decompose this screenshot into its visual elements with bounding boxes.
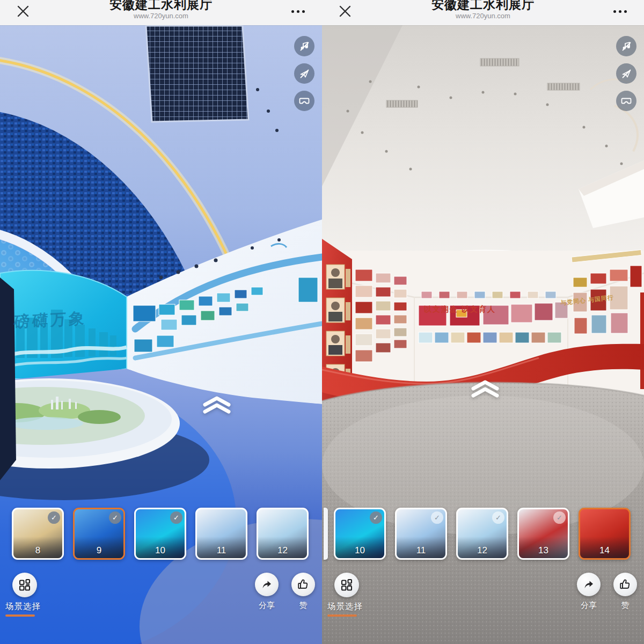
app-bar: 安徽建工水利展厅 www.720yun.com	[0, 0, 322, 25]
like-label: 赞	[287, 601, 319, 611]
app-bar: 安徽建工水利展厅 www.720yun.com	[322, 0, 644, 25]
gyroscope-off-icon	[621, 68, 632, 79]
header-title-block: 安徽建工水利展厅 www.720yun.com	[365, 0, 601, 20]
like-label: 赞	[609, 601, 641, 611]
scene-select-label: 场景选择	[5, 601, 41, 612]
scene-thumbnail-14[interactable]: 14	[579, 508, 631, 560]
scene-thumbnail-number: 12	[258, 545, 307, 556]
scene-select-button[interactable]: 场景选择	[327, 573, 363, 617]
scene-select-active-underline	[5, 614, 35, 617]
scene-thumbnail-number: 11	[397, 545, 445, 556]
vr-mode-button[interactable]	[294, 91, 314, 111]
share-arrow-icon	[260, 578, 273, 591]
scene-thumbnail-11[interactable]: ✓11	[395, 508, 447, 560]
page-subtitle-url: www.720yun.com	[43, 12, 279, 20]
share-label: 分享	[573, 601, 605, 611]
scene-thumbnail-strip: ✓8✓9✓101112	[0, 508, 322, 560]
scene-select-circle[interactable]	[334, 573, 359, 597]
more-dots-icon	[291, 10, 294, 13]
visited-check-icon: ✓	[492, 511, 504, 524]
close-button[interactable]	[14, 2, 32, 20]
page-title: 安徽建工水利展厅	[43, 0, 279, 11]
more-menu-button[interactable]	[608, 2, 632, 20]
page-title: 安徽建工水利展厅	[365, 0, 601, 11]
right-viewer-panel: 安徽建工水利展厅 www.720yun.com	[322, 0, 644, 644]
scene-thumbnail-12[interactable]: ✓12	[456, 508, 508, 560]
close-button[interactable]	[336, 2, 354, 20]
share-arrow-icon	[582, 578, 595, 591]
vr-goggles-icon	[298, 95, 310, 107]
scene-grid-icon	[340, 579, 353, 591]
scene-grid-icon	[18, 579, 31, 591]
visited-check-icon: ✓	[48, 511, 60, 524]
scene-thumbnail-strip: ✓10✓11✓12✓1314	[322, 508, 644, 560]
scene-thumbnail-10[interactable]: ✓10	[334, 508, 386, 560]
gyroscope-toggle-button[interactable]	[616, 63, 636, 84]
gyroscope-toggle-button[interactable]	[294, 63, 314, 84]
scene-thumbnail-number: 10	[136, 545, 185, 556]
viewer-toolbar	[294, 36, 314, 111]
scene-thumbnail-number: 9	[75, 545, 123, 556]
wall-slogan-center: 以文润企 以文育人	[424, 305, 496, 314]
scene-thumbnail-number: 11	[197, 545, 246, 556]
scene-thumbnail-number: 13	[519, 545, 568, 556]
music-off-icon	[299, 41, 310, 52]
page-subtitle-url: www.720yun.com	[365, 12, 601, 20]
up-chevron-icon	[200, 392, 234, 416]
scene-thumbnail-number: 8	[13, 545, 62, 556]
music-toggle-button[interactable]	[616, 36, 636, 56]
scene-thumbnail-number: 12	[458, 545, 507, 556]
visited-check-icon: ✓	[170, 511, 182, 524]
visited-check-icon: ✓	[431, 511, 443, 524]
move-forward-hotspot[interactable]	[200, 392, 234, 418]
scene-thumbnail-9[interactable]: ✓9	[73, 508, 125, 560]
header-title-block: 安徽建工水利展厅 www.720yun.com	[43, 0, 279, 20]
gyroscope-off-icon	[299, 68, 310, 79]
share-label: 分享	[251, 601, 283, 611]
thumbs-up-icon	[297, 578, 310, 591]
scene-select-button[interactable]: 场景选择	[5, 573, 41, 617]
scene-select-label: 场景选择	[327, 601, 363, 612]
scene-thumbnail-13[interactable]: ✓13	[517, 508, 569, 560]
close-icon	[338, 4, 352, 18]
scene-thumbnail-number: 14	[580, 545, 629, 556]
music-off-icon	[621, 41, 632, 52]
close-icon	[16, 4, 30, 18]
scene-thumbnail-10[interactable]: ✓10	[134, 508, 186, 560]
vr-mode-button[interactable]	[616, 91, 636, 111]
scene-select-active-underline	[327, 614, 357, 617]
visited-check-icon: ✓	[553, 511, 566, 524]
scene-thumbnail-number: 10	[335, 545, 384, 556]
led-screen-text: 磅礴万象	[14, 308, 87, 333]
scene-thumbnail-8[interactable]: ✓8	[12, 508, 64, 560]
more-dots-icon	[613, 10, 616, 13]
viewer-toolbar	[616, 36, 636, 111]
share-button[interactable]: 分享	[573, 573, 605, 611]
share-button[interactable]: 分享	[251, 573, 283, 611]
visited-check-icon: ✓	[370, 511, 382, 524]
like-button[interactable]: 赞	[287, 573, 319, 611]
like-button[interactable]: 赞	[609, 573, 641, 611]
vr-goggles-icon	[620, 95, 632, 107]
more-menu-button[interactable]	[286, 2, 310, 20]
scene-thumbnail-11[interactable]: 11	[195, 508, 247, 560]
move-forward-hotspot[interactable]	[468, 376, 502, 402]
up-chevron-icon	[468, 376, 502, 400]
music-toggle-button[interactable]	[294, 36, 314, 56]
visited-check-icon: ✓	[109, 511, 121, 524]
scene-select-circle[interactable]	[12, 573, 37, 597]
thumbs-up-icon	[619, 578, 632, 591]
left-viewer-panel: 安徽建工水利展厅 www.720yun.com	[0, 0, 322, 644]
scene-thumbnail-12[interactable]: 12	[257, 508, 309, 560]
